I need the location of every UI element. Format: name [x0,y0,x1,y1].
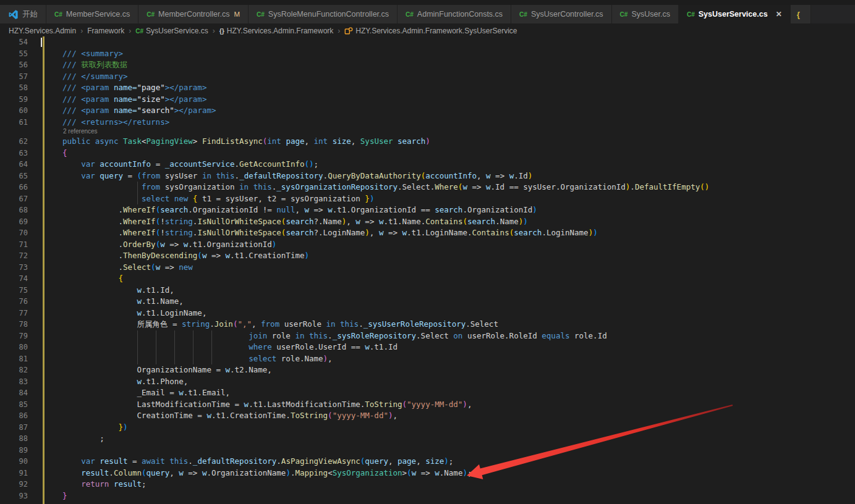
line-number[interactable]: 55 [0,48,40,60]
line-number[interactable]: 65 [0,170,40,182]
code-line-88[interactable]: 88; [0,433,855,445]
line-number[interactable]: 90 [0,456,40,468]
tab-MemberController.cs[interactable]: C#MemberController.csM [138,5,249,23]
line-number[interactable]: 57 [0,71,40,83]
line-number[interactable]: 73 [0,262,40,274]
line-number[interactable]: 66 [0,182,40,193]
code-line-66[interactable]: 66from sysOrganization in this._sysOrgan… [0,182,855,193]
code-line-83[interactable]: 83w.t1.Phone, [0,376,855,388]
code-line-61[interactable]: 61/// <returns></returns> [0,117,855,128]
line-number[interactable]: 89 [0,445,40,456]
breadcrumb-item[interactable]: C#SysUserService.cs [135,27,208,35]
code-line-56[interactable]: 56/// 获取列表数据 [0,59,855,71]
indent-guides [45,353,249,365]
line-number[interactable]: 88 [0,433,40,445]
line-number[interactable]: 80 [0,342,40,353]
code-line-93[interactable]: 93} [0,490,855,502]
code-line-80[interactable]: 80where userRole.UserId == w.t1.Id [0,342,855,353]
code-line-79[interactable]: 79join role in this._sysRoleRepository.S… [0,330,855,342]
line-number[interactable]: 64 [0,159,40,170]
code-line-92[interactable]: 92return result; [0,479,855,490]
code-line-59[interactable]: 59/// <param name="size"></param> [0,94,855,106]
line-number[interactable]: 56 [0,59,40,71]
line-number[interactable]: 74 [0,273,40,285]
line-number[interactable]: 58 [0,82,40,94]
tab-SysUserService.cs[interactable]: C#SysUserService.cs✕ [679,5,791,23]
code-line-55[interactable]: 55/// <summary> [0,48,855,60]
code-line-74[interactable]: 74{ [0,273,855,285]
line-number[interactable]: 59 [0,94,40,106]
code-line-64[interactable]: 64var accountInfo = _accountService.GetA… [0,159,855,170]
line-number[interactable]: 60 [0,105,40,117]
code-line-91[interactable]: 91result.Column(query, w => w.Organizati… [0,468,855,479]
line-number[interactable]: 81 [0,353,40,365]
code-line-54[interactable]: 54 [0,36,855,48]
code-line-77[interactable]: 77w.t1.LoginName, [0,308,855,319]
line-number[interactable]: 77 [0,308,40,319]
line-number[interactable]: 93 [0,490,40,502]
tab-SysUser.cs[interactable]: C#SysUser.cs [612,5,679,23]
line-number[interactable]: 61 [0,117,40,128]
close-icon[interactable]: ✕ [776,10,782,19]
code-line-90[interactable]: 90var result = await this._defaultReposi… [0,456,855,468]
tab-SysRoleMenuFunctionController.cs[interactable]: C#SysRoleMenuFunctionController.cs [249,5,398,23]
line-number[interactable]: 78 [0,319,40,330]
tab-partial[interactable]: { [791,5,811,23]
code-line-73[interactable]: 73.Select(w => new [0,262,855,274]
code-line-68[interactable]: 68.WhereIf(search.OrganizationId != null… [0,204,855,216]
code-area[interactable]: 5455/// <summary>56/// 获取列表数据57/// </sum… [0,36,855,502]
line-number[interactable]: 69 [0,216,40,228]
line-number[interactable]: 75 [0,285,40,296]
line-number[interactable]: 62 [0,136,40,148]
line-number[interactable]: 92 [0,479,40,490]
tab-MemberService.cs[interactable]: C#MemberService.cs [46,5,138,23]
line-number[interactable]: 91 [0,468,40,479]
tab-SysUserController.cs[interactable]: C#SysUserController.cs [511,5,612,23]
line-number[interactable]: 86 [0,410,40,422]
code-line-60[interactable]: 60/// <param name="search"></param> [0,105,855,117]
code-text: .OrderBy(w => w.t1.OrganizationId) [40,239,276,251]
line-number[interactable]: 72 [0,250,40,262]
line-number[interactable]: 70 [0,227,40,239]
tab-开始[interactable]: 开始 [0,5,46,23]
line-number[interactable]: 63 [0,148,40,159]
code-line-63[interactable]: 63{ [0,148,855,159]
line-number[interactable]: 82 [0,364,40,376]
code-line-70[interactable]: 70.WhereIf(!string.IsNullOrWhiteSpace(se… [0,227,855,239]
breadcrumb-item[interactable]: HZY.Services.Admin.Framework.SysUserServ… [344,27,517,35]
code-line-69[interactable]: 69.WhereIf(!string.IsNullOrWhiteSpace(se… [0,216,855,228]
line-number[interactable]: 84 [0,387,40,399]
breadcrumb-item[interactable]: Framework [87,27,124,35]
code-line-62[interactable]: 62public async Task<PagingView> FindList… [0,136,855,148]
code-line-84[interactable]: 84_Email = w.t1.Email, [0,387,855,399]
line-number[interactable]: 54 [0,36,40,48]
code-line-65[interactable]: 65var query = (from sysUser in this._def… [0,170,855,182]
code-line-58[interactable]: 58/// <param name="page"></param> [0,82,855,94]
breadcrumb-item[interactable]: {}HZY.Services.Admin.Framework [219,27,334,35]
code-line-85[interactable]: 85LastModificationTime = w.t1.LastModifi… [0,399,855,411]
tab-AdminFunctionConsts.cs[interactable]: C#AdminFunctionConsts.cs [398,5,511,23]
breadcrumb-item[interactable]: HZY.Services.Admin [9,27,76,35]
code-line-82[interactable]: 82OrganizationName = w.t2.Name, [0,364,855,376]
line-number[interactable]: 68 [0,204,40,216]
line-number[interactable]: 71 [0,239,40,251]
code-line-87[interactable]: 87}) [0,422,855,434]
code-line-89[interactable]: 89 [0,445,855,456]
code-line-78[interactable]: 78所属角色 = string.Join(",", from userRole … [0,319,855,330]
code-line-57[interactable]: 57/// </summary> [0,71,855,83]
line-number[interactable]: 83 [0,376,40,388]
line-number[interactable]: 87 [0,422,40,434]
code-line-71[interactable]: 71.OrderBy(w => w.t1.OrganizationId) [0,239,855,251]
code-line-86[interactable]: 86CreationTime = w.t1.CreationTime.ToStr… [0,410,855,422]
line-number[interactable]: 79 [0,330,40,342]
line-number[interactable]: 67 [0,193,40,205]
code-line-75[interactable]: 75w.t1.Id, [0,285,855,296]
line-number[interactable]: 76 [0,296,40,308]
line-number[interactable]: 85 [0,399,40,411]
codelens-references[interactable]: 2 references [0,128,855,136]
code-line-72[interactable]: 72.ThenByDescending(w => w.t1.CreationTi… [0,250,855,262]
code-line-76[interactable]: 76w.t1.Name, [0,296,855,308]
editor[interactable]: 5455/// <summary>56/// 获取列表数据57/// </sum… [0,36,855,502]
code-line-81[interactable]: 81select role.Name), [0,353,855,365]
code-line-67[interactable]: 67select new { t1 = sysUser, t2 = sysOrg… [0,193,855,205]
